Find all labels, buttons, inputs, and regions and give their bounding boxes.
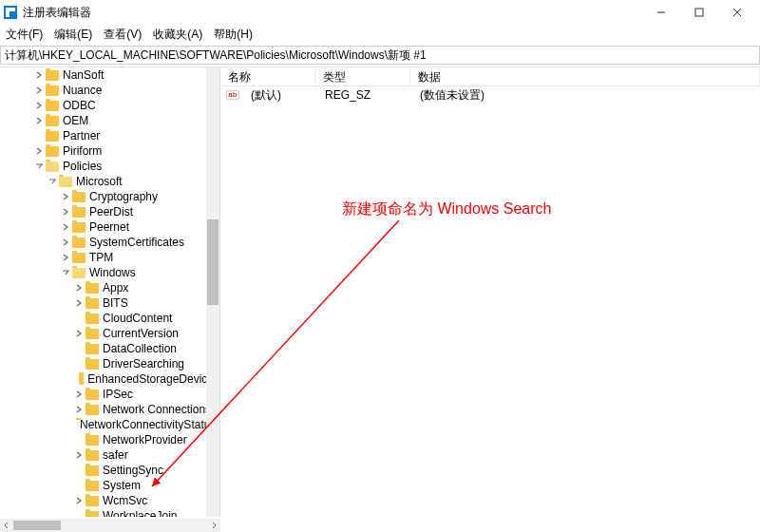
tree-pane: NanSoft Nuance ODBC OEM Partner Piriform…: [0, 67, 220, 517]
tree-item[interactable]: Network Connections: [0, 402, 219, 417]
tree-item[interactable]: EnhancedStorageDevices: [0, 371, 219, 387]
scroll-left-arrow[interactable]: [0, 519, 13, 532]
tree-label: Piriform: [63, 143, 102, 159]
tree-label: SystemCertificates: [89, 235, 184, 250]
window-title: 注册表编辑器: [23, 5, 91, 21]
tree-label: Windows: [89, 265, 136, 280]
column-name[interactable]: 名称: [220, 67, 315, 86]
scroll-right-arrow[interactable]: [207, 519, 220, 532]
tree-item[interactable]: DriverSearching: [0, 356, 219, 371]
tree-item[interactable]: Peernet: [0, 219, 219, 235]
string-value-icon: ab: [226, 88, 239, 102]
scrollbar-thumb[interactable]: [13, 521, 61, 530]
tree-item[interactable]: IPSec: [0, 387, 219, 402]
tree-label: WcmSvc: [103, 493, 147, 508]
tree-item[interactable]: OEM: [0, 113, 219, 128]
titlebar: 注册表编辑器: [0, 0, 760, 25]
app-icon: [4, 6, 17, 19]
tree-label: NetworkConnectivityStatusIndi: [80, 417, 219, 432]
tree-item[interactable]: SystemCertificates: [0, 235, 219, 250]
tree-item[interactable]: System: [0, 478, 219, 493]
tree-item[interactable]: SettingSync: [0, 463, 219, 478]
list-row[interactable]: ab (默认) REG_SZ (数值未设置): [220, 86, 760, 104]
value-type: REG_SZ: [317, 88, 412, 102]
tree-label: WorkplaceJoin: [103, 508, 177, 517]
tree-label: PeerDist: [89, 204, 133, 219]
tree-item[interactable]: TPM: [0, 250, 219, 265]
tree-item[interactable]: Microsoft: [0, 174, 219, 189]
tree-item[interactable]: CloudContent: [0, 311, 219, 326]
tree-item[interactable]: Cryptography: [0, 189, 219, 204]
tree-label: Nuance: [63, 83, 102, 98]
tree-label: CurrentVersion: [103, 326, 179, 341]
tree-label: TPM: [89, 250, 113, 265]
tree-label: Appx: [103, 280, 128, 295]
address-text: 计算机\HKEY_LOCAL_MACHINE\SOFTWARE\Policies…: [5, 48, 427, 64]
tree-item[interactable]: NetworkProvider: [0, 432, 219, 447]
menu-view[interactable]: 查看(V): [104, 27, 142, 43]
menu-favorites[interactable]: 收藏夹(A): [153, 27, 202, 43]
tree-horizontal-scrollbar[interactable]: [0, 519, 220, 532]
tree-item[interactable]: Piriform: [0, 143, 219, 159]
minimize-button[interactable]: [642, 1, 680, 24]
tree-item[interactable]: Partner: [0, 128, 219, 143]
tree-item[interactable]: Nuance: [0, 83, 219, 98]
menubar: 文件(F) 编辑(E) 查看(V) 收藏夹(A) 帮助(H): [0, 25, 760, 44]
tree-label: CloudContent: [103, 311, 172, 326]
scrollbar-thumb[interactable]: [207, 219, 218, 305]
tree-label: Microsoft: [76, 174, 123, 189]
tree-item[interactable]: safer: [0, 447, 219, 463]
tree-item[interactable]: Windows: [0, 265, 219, 280]
value-data: (数值未设置): [412, 87, 492, 104]
tree-label: Network Connections: [103, 402, 211, 417]
tree-item[interactable]: ODBC: [0, 98, 219, 113]
menu-edit[interactable]: 编辑(E): [54, 27, 92, 43]
tree-item[interactable]: PeerDist: [0, 204, 219, 219]
tree-label: ODBC: [63, 98, 96, 113]
tree-label: NanSoft: [63, 67, 104, 83]
tree-label: IPSec: [103, 387, 133, 402]
address-bar[interactable]: 计算机\HKEY_LOCAL_MACHINE\SOFTWARE\Policies…: [0, 46, 760, 65]
tree-label: EnhancedStorageDevices: [87, 371, 219, 387]
tree-label: DataCollection: [103, 341, 177, 356]
tree-label: Peernet: [89, 219, 129, 235]
svg-rect-1: [695, 9, 703, 16]
tree-item[interactable]: Appx: [0, 280, 219, 295]
tree-label: DriverSearching: [103, 356, 184, 371]
tree-item[interactable]: WcmSvc: [0, 493, 219, 508]
maximize-button[interactable]: [680, 1, 718, 24]
tree-item[interactable]: NanSoft: [0, 67, 219, 83]
tree-label: SettingSync: [103, 463, 163, 478]
tree-item[interactable]: DataCollection: [0, 341, 219, 356]
tree-label: System: [103, 478, 141, 493]
tree-item[interactable]: NetworkConnectivityStatusIndi: [0, 417, 219, 432]
column-type[interactable]: 类型: [315, 67, 410, 86]
tree-vertical-scrollbar[interactable]: [206, 67, 219, 517]
tree-label: BITS: [103, 295, 128, 311]
tree-label: Policies: [63, 159, 102, 174]
values-list-pane: 名称 类型 数据 ab (默认) REG_SZ (数值未设置): [220, 67, 760, 517]
menu-file[interactable]: 文件(F): [6, 27, 43, 43]
menu-help[interactable]: 帮助(H): [214, 27, 253, 43]
tree-item[interactable]: Policies: [0, 159, 219, 174]
registry-tree[interactable]: NanSoft Nuance ODBC OEM Partner Piriform…: [0, 67, 219, 517]
tree-label: NetworkProvider: [103, 432, 187, 447]
tree-item[interactable]: BITS: [0, 295, 219, 311]
content-area: NanSoft Nuance ODBC OEM Partner Piriform…: [0, 66, 760, 517]
tree-label: OEM: [63, 113, 88, 128]
tree-label: Cryptography: [89, 189, 158, 204]
list-header: 名称 类型 数据: [220, 67, 760, 86]
tree-item[interactable]: CurrentVersion: [0, 326, 219, 341]
column-data[interactable]: 数据: [410, 67, 760, 86]
tree-label: safer: [103, 447, 128, 463]
tree-label: Partner: [63, 128, 100, 143]
tree-item[interactable]: WorkplaceJoin: [0, 508, 219, 517]
value-name: (默认): [243, 87, 317, 104]
close-button[interactable]: [718, 1, 756, 24]
